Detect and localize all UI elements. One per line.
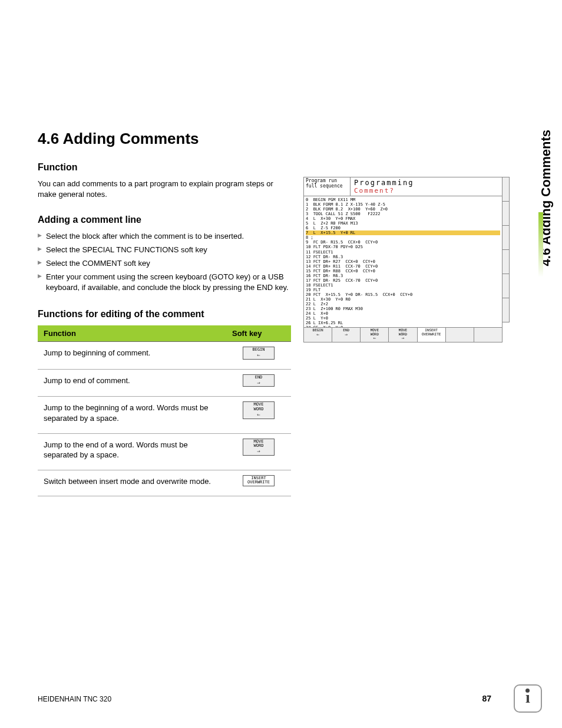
step-item: Select the COMMENT soft key (38, 258, 291, 269)
function-desc: Jump to the end of a word. Words must be… (38, 433, 226, 470)
side-accent-bar (538, 212, 543, 277)
footer-page-number: 87 (482, 694, 491, 703)
intro-text: You can add comments to a part program t… (38, 179, 285, 199)
code-listing: 0 BEGIN PGM EX11 MM 1 BLK FORM 0.1 Z X-1… (303, 196, 503, 328)
steps-list: Select the block after which the comment… (38, 231, 291, 294)
screenshot-softkey[interactable]: MOVEWORD⇐ (361, 328, 389, 342)
softkey-cell: INSERTOVERWRITE (226, 470, 291, 496)
section-title: 4.6 Adding Comments (38, 130, 497, 148)
prompt-label: Comment? (354, 187, 498, 195)
function-desc: Switch between insert mode and overwrite… (38, 470, 226, 496)
softkey-cell: END⇒ (226, 369, 291, 397)
info-icon: ı (514, 684, 542, 713)
step-item: Select the SPECIAL TNC FUNCTIONS soft ke… (38, 245, 291, 256)
softkey-icon[interactable]: END⇒ (243, 374, 275, 387)
softkey-cell: MOVEWORD⇐ (226, 397, 291, 433)
highlighted-line: 7 L X+15.5 Y+0 RL (306, 230, 500, 235)
screenshot-softkey[interactable] (446, 328, 474, 342)
footer-model: HEIDENHAIN TNC 320 (38, 695, 111, 703)
softkey-icon[interactable]: MOVEWORD⇒ (243, 439, 275, 456)
heading-adding: Adding a comment line (38, 215, 291, 225)
screenshot-softkey[interactable] (474, 328, 502, 342)
softkey-icon[interactable]: INSERTOVERWRITE (243, 475, 275, 486)
functions-table: Function Soft key Jump to beginning of c… (38, 325, 291, 496)
screenshot-panel: Program run full sequence Programming Co… (303, 177, 503, 345)
function-desc: Jump to beginning of comment. (38, 342, 226, 370)
softkey-icon[interactable]: BEGIN⇐ (243, 347, 275, 360)
softkey-icon[interactable]: MOVEWORD⇐ (243, 401, 275, 419)
screenshot-softkey[interactable]: MOVEWORD⇒ (389, 328, 417, 342)
heading-editing: Functions for editing of the comment (38, 309, 291, 319)
screenshot-softkey[interactable]: END⇒ (332, 328, 361, 342)
softkey-cell: BEGIN⇐ (226, 342, 291, 370)
step-item: Select the block after which the comment… (38, 231, 291, 242)
screenshot-softkey[interactable]: BEGIN⇐ (304, 328, 332, 342)
mode-label: Program run full sequence (304, 177, 351, 196)
status-title: Programming Comment? (351, 177, 502, 196)
function-desc: Jump to the beginning of a word. Words m… (38, 397, 226, 433)
heading-function: Function (38, 162, 291, 173)
col-softkey: Soft key (226, 325, 291, 342)
screenshot-softkey-row: BEGIN⇐END⇒MOVEWORD⇐MOVEWORD⇒INSERTOVERWR… (303, 328, 503, 342)
col-function: Function (38, 325, 226, 342)
softkey-cell: MOVEWORD⇒ (226, 433, 291, 470)
screenshot-header: Program run full sequence Programming Co… (303, 177, 503, 196)
screenshot-softkey[interactable]: INSERTOVERWRITE (418, 328, 446, 342)
step-item: Enter your comment using the screen keyb… (38, 272, 291, 294)
screenshot-sidebar (503, 177, 510, 322)
function-desc: Jump to end of comment. (38, 369, 226, 397)
